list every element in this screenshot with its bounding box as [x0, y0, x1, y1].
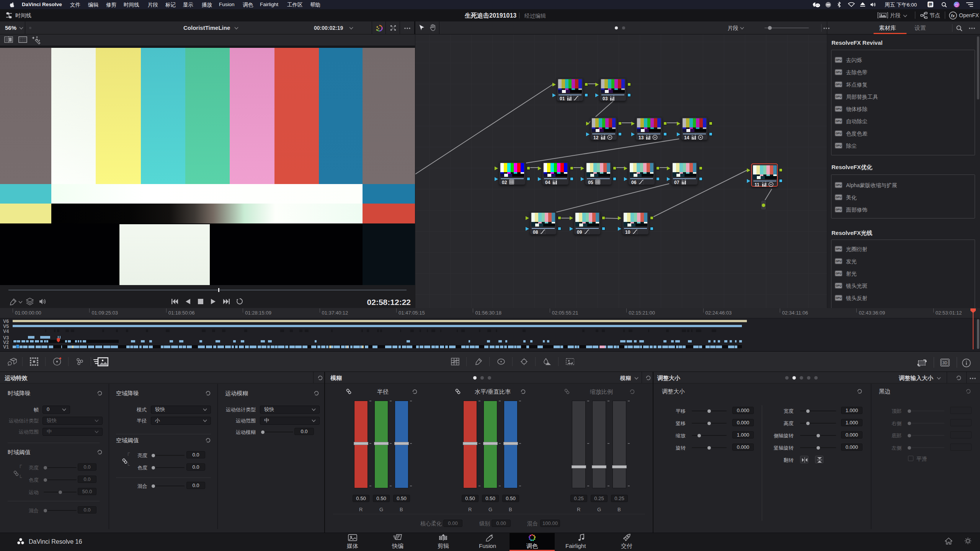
svg-text:3D: 3D: [942, 360, 948, 365]
svg-text:fx: fx: [951, 13, 955, 18]
